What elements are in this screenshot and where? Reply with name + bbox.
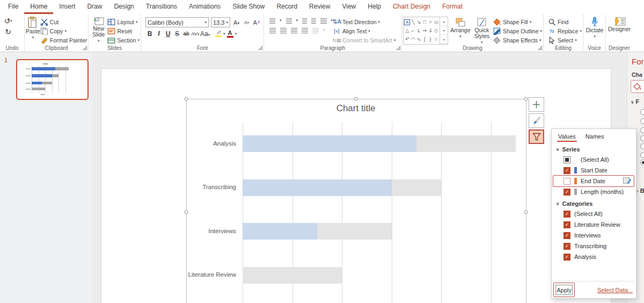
shape-outline-button[interactable]: Shape Outline▾ xyxy=(493,26,542,35)
shape-gallery[interactable]: A╲↘□○▭△⌐L⇒⇓◇↶◠∿{}☆ ▴ ▾ ▾ xyxy=(403,17,448,45)
category-row-analysis[interactable]: ✓Analysis xyxy=(552,251,636,262)
bar-length-months[interactable] xyxy=(416,135,516,152)
shape-rectangle-icon[interactable]: □ xyxy=(423,19,426,25)
fill-option-radio[interactable] xyxy=(640,135,644,141)
category-row-transcribing[interactable]: ✓Transcribing xyxy=(552,241,636,251)
new-slide-button[interactable]: New Slide ▾ xyxy=(90,16,107,45)
cut-button[interactable]: Cut xyxy=(40,17,87,26)
font-dialog-launcher[interactable] xyxy=(258,46,262,50)
bullets-button[interactable] xyxy=(269,18,275,24)
fill-option-radio[interactable] xyxy=(640,109,644,115)
shape-textbox-icon[interactable]: A xyxy=(404,19,410,25)
shape-effects-button[interactable]: Shape Effects▾ xyxy=(493,35,542,45)
format-painter-button[interactable]: Format Painter xyxy=(40,35,87,45)
shape-elbow2-icon[interactable]: L xyxy=(418,28,420,33)
ribbon-tab-home[interactable]: Home xyxy=(24,0,53,14)
align-right-button[interactable] xyxy=(291,28,297,33)
font-color-button[interactable]: A xyxy=(226,30,235,38)
checkbox-checked[interactable]: ✓ xyxy=(564,189,570,196)
fill-option-radio[interactable] xyxy=(640,160,644,165)
find-button[interactable]: Find xyxy=(548,17,582,26)
filter-tab-values[interactable]: Values xyxy=(558,133,576,140)
section-button[interactable]: Section▾ xyxy=(107,35,140,45)
series-section-header[interactable]: ∨Series xyxy=(552,143,636,154)
category-row-literature-review[interactable]: ✓Literature Review xyxy=(552,219,636,230)
ribbon-tab-file[interactable]: File xyxy=(2,0,24,14)
text-direction-button[interactable]: ⇅A Text Direction▾ xyxy=(333,17,396,26)
chart-styles-button[interactable] xyxy=(529,113,544,128)
ribbon-tab-animations[interactable]: Animations xyxy=(183,0,226,14)
shape-elbow-icon[interactable]: ⌐ xyxy=(412,28,414,33)
shape-scribble-icon[interactable]: ↶ xyxy=(405,37,409,42)
ribbon-tab-help[interactable]: Help xyxy=(362,0,387,14)
fill-section-header[interactable]: ∨ F xyxy=(631,98,639,105)
chart-title[interactable]: Chart title xyxy=(275,103,436,114)
replace-button[interactable]: ⇆ Replace▾ xyxy=(548,26,582,35)
checkbox-checked[interactable]: ✓ xyxy=(564,243,570,250)
resize-handle-middle-right[interactable] xyxy=(524,211,528,214)
shape-arrow-icon[interactable]: ↘ xyxy=(417,19,421,25)
ribbon-tab-draw[interactable]: Draw xyxy=(81,0,108,14)
ribbon-tab-transitions[interactable]: Transitions xyxy=(140,0,183,14)
shape-right-arrow-icon[interactable]: ⇒ xyxy=(422,28,427,33)
undo-button[interactable]: ↺▾ xyxy=(1,16,15,26)
select-data-link[interactable]: Select Data... xyxy=(597,287,633,293)
chart-elements-button[interactable] xyxy=(529,97,544,112)
chart-filters-button[interactable] xyxy=(529,129,544,144)
series-row--select-all-[interactable]: (Select All) xyxy=(552,154,636,165)
underline-button[interactable]: U xyxy=(164,30,172,38)
paste-button[interactable]: Paste ▾ xyxy=(26,16,40,45)
checkbox-checked[interactable]: ✓ xyxy=(564,221,570,228)
checkbox-checked[interactable]: ✓ xyxy=(564,211,570,218)
shape-fill-button[interactable]: Shape Fill▾ xyxy=(493,17,542,26)
highlight-color-button[interactable] xyxy=(214,30,223,37)
fill-line-tab[interactable] xyxy=(631,80,644,93)
shape-down-arrow-icon[interactable]: ⇓ xyxy=(428,28,433,33)
convert-smartart-button[interactable]: ⇆▦ Convert to SmartArt▾ xyxy=(333,35,396,45)
font-name-select[interactable]: Calibri (Body)▾ xyxy=(145,17,209,27)
designer-button[interactable]: Designer xyxy=(607,16,632,45)
align-text-button[interactable]: [≡] Align Text▾ xyxy=(333,26,396,35)
more-shapes-icon[interactable]: ▾ xyxy=(440,35,448,44)
font-size-select[interactable]: 13,3▾ xyxy=(211,17,230,27)
series-row-length-months-[interactable]: ✓Length (months) xyxy=(552,186,636,197)
align-center-button[interactable] xyxy=(280,28,287,33)
numbering-button[interactable] xyxy=(286,18,292,24)
align-left-button[interactable] xyxy=(269,28,276,33)
arrange-button[interactable]: Arrange ▾ xyxy=(450,17,470,46)
category-row--select-all-[interactable]: ✓(Select All) xyxy=(552,208,636,219)
slide-thumbnail[interactable] xyxy=(16,59,89,100)
select-button[interactable]: Select▾ xyxy=(548,35,582,45)
quick-styles-button[interactable]: Quick Styles ▾ xyxy=(473,17,491,46)
ribbon-tab-view[interactable]: View xyxy=(336,0,362,14)
paragraph-dialog-launcher[interactable] xyxy=(396,46,400,50)
checkbox-checked[interactable]: ✓ xyxy=(564,254,570,261)
scroll-up-icon[interactable]: ▴ xyxy=(440,17,448,26)
category-row-interviews[interactable]: ✓Interviews xyxy=(552,230,636,241)
shape-line-icon[interactable]: ╲ xyxy=(412,19,414,25)
ribbon-tab-chart-design[interactable]: Chart Design xyxy=(387,0,436,14)
ribbon-tab-format[interactable]: Format xyxy=(436,0,469,14)
shape-left-brace-icon[interactable]: { xyxy=(424,37,426,42)
resize-handle-top-right[interactable] xyxy=(524,97,528,101)
shape-curve-icon[interactable]: ∿ xyxy=(417,37,421,42)
filter-tab-names[interactable]: Names xyxy=(586,133,604,140)
drawing-dialog-launcher[interactable] xyxy=(538,46,542,50)
series-row-end-date[interactable]: End Date xyxy=(552,176,636,186)
subscript-button[interactable]: ab xyxy=(182,31,191,37)
strikethrough-button[interactable]: S xyxy=(173,30,181,38)
shape-callout-icon[interactable]: ◇ xyxy=(434,28,438,33)
ribbon-tab-record[interactable]: Record xyxy=(270,0,303,14)
ribbon-tab-review[interactable]: Review xyxy=(303,0,336,14)
categories-section-header[interactable]: ∨Categories xyxy=(552,197,636,208)
dictate-button[interactable]: Dictate ▾ xyxy=(584,16,605,45)
series-row-start-date[interactable]: ✓Start Date xyxy=(552,165,636,176)
fill-option-radio[interactable] xyxy=(640,143,644,149)
fill-option-radio[interactable] xyxy=(640,152,644,158)
redo-button[interactable]: ↻ xyxy=(1,26,15,37)
decrease-indent-button[interactable] xyxy=(302,18,307,24)
shape-triangle-icon[interactable]: △ xyxy=(405,28,409,33)
scroll-down-icon[interactable]: ▾ xyxy=(440,26,448,35)
shape-rounded-rect-icon[interactable]: ▭ xyxy=(434,19,439,25)
fill-option-radio[interactable] xyxy=(640,127,644,133)
